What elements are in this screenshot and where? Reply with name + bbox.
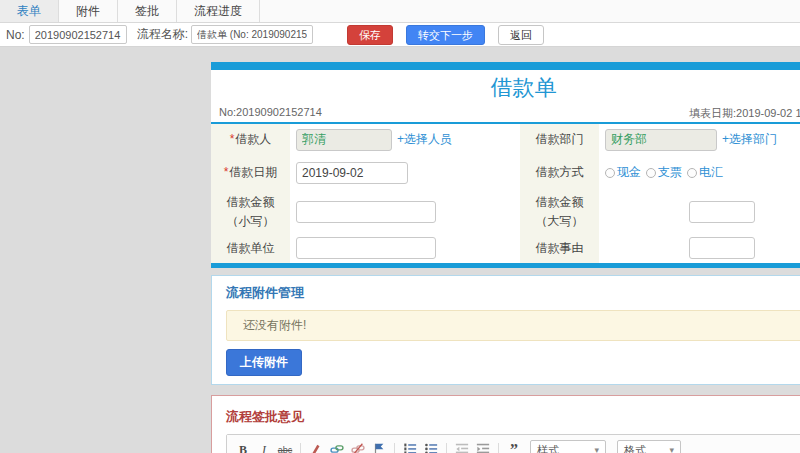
content-background: 借款单 No:20190902152714 填表日期:2019-09-02 15…: [0, 48, 800, 453]
toolbar-separator: [446, 443, 447, 453]
toolbar-separator: [498, 443, 499, 453]
tab-approval[interactable]: 签批: [118, 0, 177, 22]
loan-unit-input[interactable]: [296, 237, 436, 259]
form-row-borrower: *借款人 +选择人员 借款部门 +选择部门: [211, 124, 800, 155]
command-bar: No: 流程名称: 保存 转交下一步 返回: [0, 23, 800, 47]
unlink-icon: [351, 442, 365, 453]
loan-method-radio-group: 现金 支票 电汇: [605, 164, 723, 181]
approval-panel: 流程签批意见 B I abc: [211, 395, 800, 453]
loan-date-input[interactable]: [296, 162, 408, 184]
process-name-label: 流程名称:: [137, 26, 188, 43]
radio-wire[interactable]: 电汇: [687, 164, 723, 181]
radio-circle-icon[interactable]: [605, 168, 615, 178]
tab-attachment[interactable]: 附件: [59, 0, 118, 22]
ordered-list-icon: [403, 442, 417, 453]
approval-heading: 流程签批意见: [226, 408, 800, 426]
form-row-date-method: *借款日期 借款方式 现金 支票 电汇: [211, 155, 800, 190]
tab-form[interactable]: 表单: [0, 0, 59, 22]
borrower-label: *借款人: [211, 124, 290, 155]
attachment-panel: 流程附件管理 还没有附件! 上传附件: [211, 275, 800, 385]
italic-button[interactable]: I: [255, 441, 273, 453]
transfer-next-button[interactable]: 转交下一步: [406, 25, 485, 45]
toolbar-separator: [300, 443, 301, 453]
loan-method-label: 借款方式: [520, 155, 599, 190]
form-meta-row: No:20190902152714 填表日期:2019-09-02 15:27:…: [211, 104, 800, 120]
document-column: 借款单 No:20190902152714 填表日期:2019-09-02 15…: [211, 62, 800, 453]
borrower-input[interactable]: [296, 129, 392, 151]
upload-attachment-button[interactable]: 上传附件: [226, 349, 302, 376]
rich-text-editor: B I abc ” 样式▾ 格式▾: [226, 434, 800, 453]
loan-form-panel: 借款单 No:20190902152714 填表日期:2019-09-02 15…: [211, 62, 800, 268]
radio-circle-icon[interactable]: [646, 168, 656, 178]
outdent-icon: [455, 442, 469, 453]
no-label: No:: [6, 28, 25, 42]
bullet-list-button[interactable]: [422, 441, 440, 453]
radio-check[interactable]: 支票: [646, 164, 682, 181]
format-brush-icon: [309, 442, 323, 453]
style-dropdown[interactable]: 样式▾: [530, 440, 606, 453]
anchor-flag-button[interactable]: [370, 441, 388, 453]
no-attachment-alert: 还没有附件!: [226, 310, 800, 341]
select-department-link[interactable]: +选择部门: [722, 131, 777, 148]
amount-lower-input[interactable]: [296, 201, 436, 223]
bold-button[interactable]: B: [234, 441, 252, 453]
amount-upper-label: 借款金额（大写）: [520, 190, 599, 233]
indent-icon: [476, 442, 490, 453]
flag-icon: [372, 442, 386, 453]
chevron-down-icon: ▾: [594, 445, 599, 453]
form-row-amount: 借款金额（小写） 借款金额（大写）: [211, 190, 800, 233]
amount-upper-input[interactable]: [689, 201, 755, 223]
back-button[interactable]: 返回: [498, 25, 544, 45]
attachment-heading: 流程附件管理: [226, 284, 800, 302]
select-person-link[interactable]: +选择人员: [397, 131, 452, 148]
toolbar-separator: [394, 443, 395, 453]
required-mark: *: [230, 132, 235, 146]
amount-lower-label: 借款金额（小写）: [211, 190, 290, 233]
format-brush-button[interactable]: [307, 441, 325, 453]
radio-circle-icon[interactable]: [687, 168, 697, 178]
form-date-text: 填表日期:2019-09-02 15:27:1: [689, 106, 800, 121]
process-name-input[interactable]: [191, 25, 313, 44]
panel-top-accent-bar: [211, 62, 800, 70]
tab-process-progress[interactable]: 流程进度: [177, 0, 260, 22]
department-label: 借款部门: [520, 124, 599, 155]
save-button[interactable]: 保存: [347, 25, 393, 45]
link-icon: [330, 442, 344, 453]
panel-bottom-accent-bar: [211, 263, 800, 268]
link-button[interactable]: [328, 441, 346, 453]
strikethrough-button[interactable]: abc: [276, 441, 294, 453]
department-input[interactable]: [605, 129, 717, 151]
ordered-list-button[interactable]: [401, 441, 419, 453]
format-dropdown[interactable]: 格式▾: [617, 440, 681, 453]
top-tab-bar: 表单 附件 签批 流程进度: [0, 0, 800, 23]
unlink-button[interactable]: [349, 441, 367, 453]
form-no-text: No:20190902152714: [219, 106, 322, 118]
required-mark: *: [224, 165, 229, 179]
loan-date-label: *借款日期: [211, 155, 290, 190]
loan-unit-label: 借款单位: [211, 233, 290, 263]
loan-reason-label: 借款事由: [520, 233, 599, 263]
loan-reason-input[interactable]: [689, 237, 755, 259]
form-row-unit-reason: 借款单位 借款事由: [211, 233, 800, 263]
indent-button[interactable]: [474, 441, 492, 453]
editor-toolbar: B I abc ” 样式▾ 格式▾: [227, 435, 800, 453]
blockquote-button[interactable]: ”: [505, 441, 523, 453]
no-input[interactable]: [29, 25, 127, 44]
form-title: 借款单: [211, 76, 800, 100]
bullet-list-icon: [424, 442, 438, 453]
outdent-button[interactable]: [453, 441, 471, 453]
chevron-down-icon: ▾: [669, 445, 674, 453]
radio-cash[interactable]: 现金: [605, 164, 641, 181]
